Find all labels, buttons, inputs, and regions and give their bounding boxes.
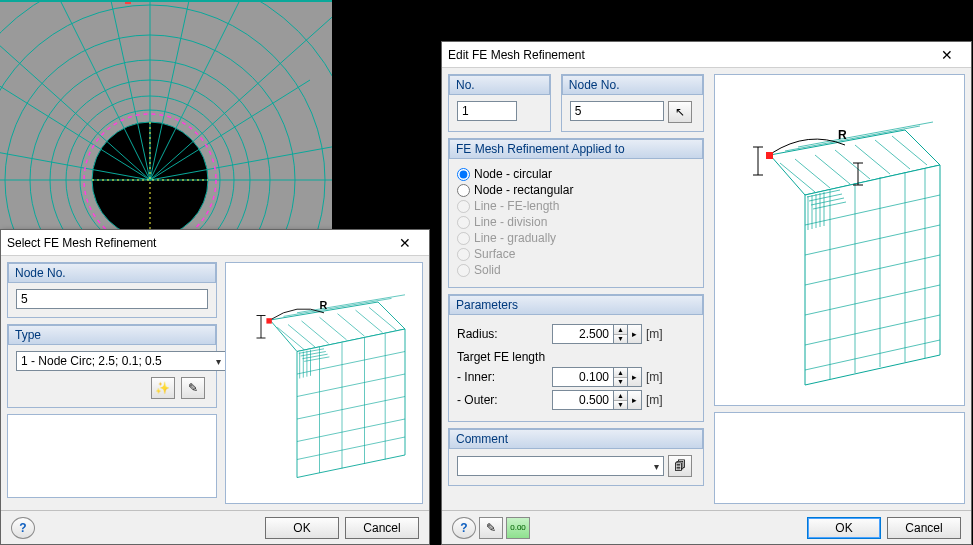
close-icon[interactable]: ✕ (929, 44, 965, 66)
edit-type-button[interactable]: ✎ (181, 377, 205, 399)
svg-marker-62 (805, 165, 940, 385)
select-title: Select FE Mesh Refinement (7, 236, 387, 250)
radio-node-rectangular[interactable]: Node - rectangular (457, 183, 695, 197)
radius-label: Radius: (457, 327, 552, 341)
svg-text:R: R (320, 299, 328, 311)
svg-text:R: R (838, 128, 847, 142)
type-value: 1 - Node Circ; 2.5; 0.1; 0.5 (21, 354, 162, 368)
info-area (8, 415, 216, 497)
select-titlebar[interactable]: Select FE Mesh Refinement ✕ (1, 230, 429, 256)
edit-title: Edit FE Mesh Refinement (448, 48, 929, 62)
no-label: No. (449, 75, 550, 95)
radius-spinner[interactable]: ▲▼ (614, 324, 628, 344)
help-button[interactable]: ? (11, 517, 35, 539)
inner-input[interactable] (552, 367, 614, 387)
outer-unit: [m] (646, 393, 663, 407)
svg-rect-60 (266, 318, 271, 323)
help-button[interactable]: ? (452, 517, 476, 539)
radio-surface: Surface (457, 247, 695, 261)
radius-input[interactable] (552, 324, 614, 344)
select-refinement-dialog: Select FE Mesh Refinement ✕ Node No. Typ… (0, 229, 430, 545)
radio-line-gradually: Line - gradually (457, 231, 695, 245)
cancel-button[interactable]: Cancel (887, 517, 961, 539)
type-combobox[interactable]: 1 - Node Circ; 2.5; 0.1; 0.5 ▾ (16, 351, 226, 371)
outer-step-button[interactable]: ▸ (628, 390, 642, 410)
edit-refinement-dialog: Edit FE Mesh Refinement ✕ No. Node No. ↖ (441, 41, 972, 545)
ok-button[interactable]: OK (807, 517, 881, 539)
cancel-button[interactable]: Cancel (345, 517, 419, 539)
outer-input[interactable] (552, 390, 614, 410)
inner-label: - Inner: (457, 370, 552, 384)
parameters-label: Parameters (449, 295, 703, 315)
target-fe-length-label: Target FE length (457, 350, 695, 364)
svg-marker-29 (297, 329, 405, 478)
units-button[interactable]: 0.00 (506, 517, 530, 539)
radio-node-circular[interactable]: Node - circular (457, 167, 695, 181)
radius-step-button[interactable]: ▸ (628, 324, 642, 344)
radio-line-felength: Line - FE-length (457, 199, 695, 213)
pick-node-button[interactable]: ↖ (668, 101, 692, 123)
ok-button[interactable]: OK (265, 517, 339, 539)
edit-preview: R (714, 74, 965, 406)
edit-titlebar[interactable]: Edit FE Mesh Refinement ✕ (442, 42, 971, 68)
model-viewport[interactable] (0, 0, 332, 230)
node-no-input[interactable] (16, 289, 208, 309)
new-type-button[interactable]: ✨ (151, 377, 175, 399)
comment-label: Comment (449, 429, 703, 449)
radio-solid: Solid (457, 263, 695, 277)
inner-step-button[interactable]: ▸ (628, 367, 642, 387)
outer-spinner[interactable]: ▲▼ (614, 390, 628, 410)
comment-library-button[interactable]: 🗐 (668, 455, 692, 477)
select-preview: R (225, 262, 423, 504)
edit-icon-button[interactable]: ✎ (479, 517, 503, 539)
inner-unit: [m] (646, 370, 663, 384)
comment-combobox[interactable]: ▾ (457, 456, 664, 476)
svg-rect-99 (766, 152, 773, 159)
radio-line-division: Line - division (457, 215, 695, 229)
node-no-label: Node No. (562, 75, 703, 95)
chevron-down-icon: ▾ (654, 461, 659, 472)
chevron-down-icon: ▾ (216, 356, 221, 367)
node-no-label: Node No. (8, 263, 216, 283)
refinement-no-input[interactable] (457, 101, 517, 121)
edit-node-no-input[interactable] (570, 101, 664, 121)
outer-label: - Outer: (457, 393, 552, 407)
type-label: Type (8, 325, 216, 345)
applied-to-label: FE Mesh Refinement Applied to (449, 139, 703, 159)
inner-spinner[interactable]: ▲▼ (614, 367, 628, 387)
radius-unit: [m] (646, 327, 663, 341)
edit-secondary-preview (714, 412, 965, 504)
close-icon[interactable]: ✕ (387, 232, 423, 254)
